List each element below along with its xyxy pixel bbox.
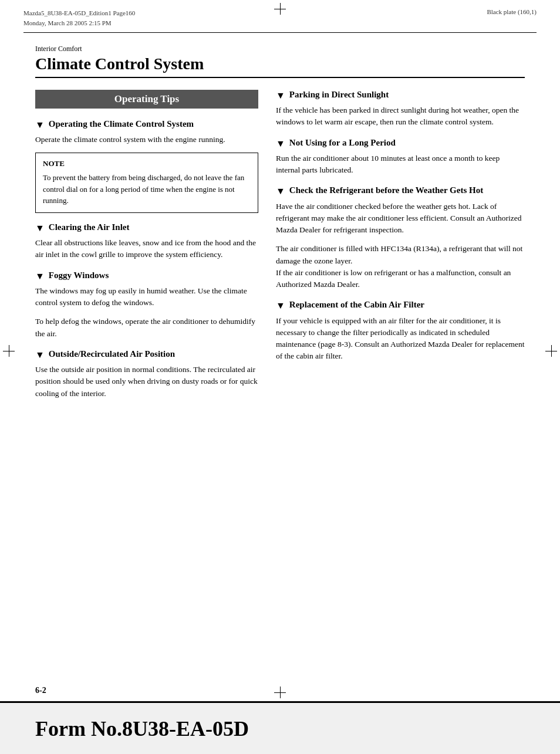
section-cabin-filter: ▼ Replacement of the Cabin Air Filter If…: [276, 300, 525, 362]
section-refrigerant: ▼ Check the Refrigerant before the Weath…: [276, 185, 525, 290]
header-filename: Mazda5_8U38-EA-05D_Edition1 Page160: [23, 8, 135, 18]
para-refrigerant-2: The air conditioner is filled with HFC13…: [276, 243, 525, 290]
heading-refrigerant: ▼ Check the Refrigerant before the Weath…: [276, 185, 525, 197]
form-number: Form No.8U38-EA-05D: [35, 716, 249, 741]
section-foggy-windows: ▼ Foggy Windows The windows may fog up e…: [35, 271, 258, 340]
heading-cabin-filter: ▼ Replacement of the Cabin Air Filter: [276, 300, 525, 311]
heading-text-not-using: Not Using for a Long Period: [289, 138, 396, 148]
page-bottom-banner: Form No.8U38-EA-05D: [0, 701, 560, 754]
bullet-icon-6: ▼: [276, 138, 285, 149]
para-refrigerant-1: Have the air conditioner checked before …: [276, 201, 525, 236]
heading-text-cabin-filter: Replacement of the Cabin Air Filter: [289, 300, 424, 310]
left-column: Operating Tips ▼ Operating the Climate C…: [35, 90, 258, 409]
section-outside-recirc: ▼ Outside/Recirculated Air Position Use …: [35, 349, 258, 400]
heading-text-foggy: Foggy Windows: [49, 271, 109, 280]
section-clearing-air: ▼ Clearing the Air Inlet Clear all obstr…: [35, 222, 258, 261]
bullet-icon-2: ▼: [35, 222, 45, 234]
bullet-icon: ▼: [35, 119, 45, 130]
heading-text-outside: Outside/Recirculated Air Position: [49, 349, 175, 359]
page-title: Climate Control System: [35, 55, 525, 78]
header-right: Black plate (160,1): [487, 8, 537, 15]
note-box: NOTE To prevent the battery from being d…: [35, 153, 258, 213]
section-label: Interior Comfort: [35, 45, 525, 53]
note-label: NOTE: [43, 159, 251, 168]
para-foggy-2: To help defog the windows, operate the a…: [35, 316, 258, 340]
heading-clearing-air: ▼ Clearing the Air Inlet: [35, 222, 258, 234]
note-text: To prevent the battery from being discha…: [43, 172, 251, 207]
para-clearing-air: Clear all obstructions like leaves, snow…: [35, 237, 258, 261]
para-outside-recirc: Use the outside air position in normal c…: [35, 364, 258, 400]
heading-text-refrigerant: Check the Refrigerant before the Weather…: [289, 185, 483, 195]
bullet-icon-4: ▼: [35, 349, 45, 360]
para-not-using: Run the air conditioner about 10 minutes…: [276, 153, 525, 177]
right-column: ▼ Parking in Direct Sunlight If the vehi…: [276, 90, 525, 409]
heading-operating-climate: ▼ Operating the Climate Control System: [35, 119, 258, 130]
heading-outside-recirc: ▼ Outside/Recirculated Air Position: [35, 349, 258, 360]
heading-not-using: ▼ Not Using for a Long Period: [276, 138, 525, 149]
para-parking: If the vehicle has been parked in direct…: [276, 104, 525, 129]
section-operating-climate: ▼ Operating the Climate Control System O…: [35, 119, 258, 213]
para-operating-climate: Operate the climate control system with …: [35, 134, 258, 146]
heading-text-operating: Operating the Climate Control System: [49, 119, 194, 129]
tips-banner: Operating Tips: [35, 90, 258, 109]
page-number: 6-2: [35, 686, 46, 695]
page-header: Mazda5_8U38-EA-05D_Edition1 Page160 Mond…: [0, 0, 560, 32]
heading-foggy-windows: ▼ Foggy Windows: [35, 271, 258, 282]
bullet-icon-7: ▼: [276, 185, 285, 197]
heading-text-clearing: Clearing the Air Inlet: [49, 222, 130, 232]
heading-parking: ▼ Parking in Direct Sunlight: [276, 90, 525, 101]
header-plate: Black plate (160,1): [487, 8, 537, 15]
bullet-icon-5: ▼: [276, 90, 285, 101]
page: Mazda5_8U38-EA-05D_Edition1 Page160 Mond…: [0, 0, 560, 754]
bullet-icon-8: ▼: [276, 300, 285, 311]
cross-bottom: [274, 687, 286, 698]
page-content: Interior Comfort Climate Control System …: [0, 33, 560, 432]
header-date: Monday, March 28 2005 2:15 PM: [23, 18, 135, 28]
bullet-icon-3: ▼: [35, 271, 45, 282]
section-parking: ▼ Parking in Direct Sunlight If the vehi…: [276, 90, 525, 129]
section-not-using: ▼ Not Using for a Long Period Run the ai…: [276, 138, 525, 177]
heading-text-parking: Parking in Direct Sunlight: [289, 90, 389, 100]
header-left: Mazda5_8U38-EA-05D_Edition1 Page160 Mond…: [23, 8, 135, 28]
para-cabin-filter: If your vehicle is equipped with an air …: [276, 315, 525, 363]
two-column-layout: Operating Tips ▼ Operating the Climate C…: [35, 90, 525, 409]
para-foggy-1: The windows may fog up easily in humid w…: [35, 285, 258, 309]
